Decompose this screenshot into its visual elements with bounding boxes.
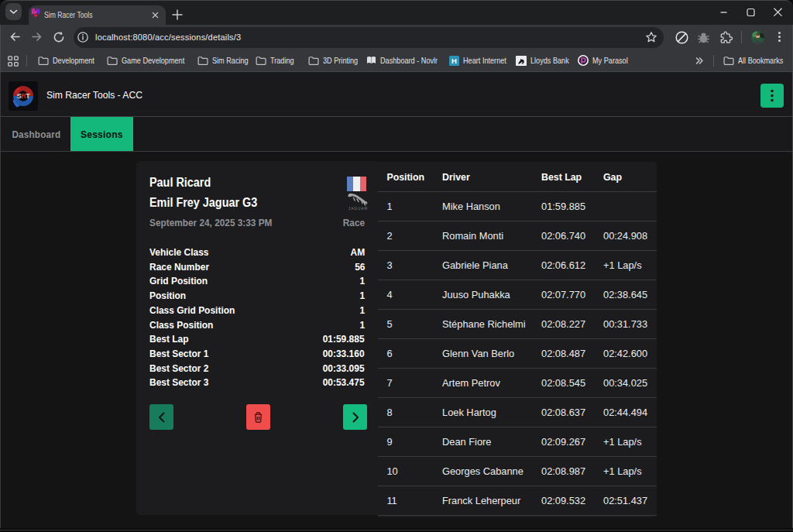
svg-text:H: H xyxy=(451,57,457,65)
svg-text:JAGUAR: JAGUAR xyxy=(348,207,368,211)
svg-text:SRT: SRT xyxy=(17,92,31,100)
